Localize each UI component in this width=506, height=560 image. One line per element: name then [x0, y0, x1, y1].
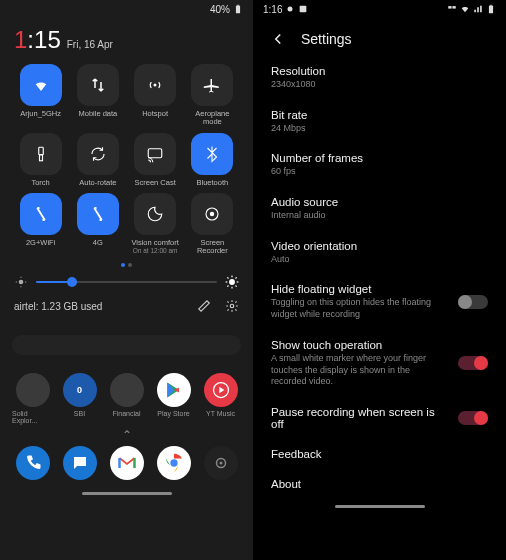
svg-line-21 [236, 278, 237, 279]
edit-icon[interactable] [197, 299, 211, 313]
svg-point-8 [19, 280, 24, 285]
setting-show-touch-operation[interactable]: Show touch operationA small white marker… [253, 330, 506, 397]
record-dot-icon [285, 4, 295, 14]
brightness-track[interactable] [36, 281, 217, 283]
svg-point-26 [170, 460, 177, 467]
svg-line-19 [236, 286, 237, 287]
2g-wifi-icon[interactable] [20, 193, 62, 235]
qs-tile-torch[interactable]: Torch [14, 133, 67, 187]
gesture-navbar[interactable] [335, 505, 425, 508]
misc-icon [447, 4, 457, 14]
mobile-data-icon[interactable] [77, 64, 119, 106]
back-icon[interactable] [269, 30, 287, 48]
dock-chrome[interactable] [153, 446, 194, 480]
camera-icon[interactable] [204, 446, 238, 480]
solid-explorer-icon[interactable] [16, 373, 50, 407]
setting-hide-floating-widget[interactable]: Hide floating widgetToggling on this opt… [253, 274, 506, 329]
torch-icon[interactable] [20, 133, 62, 175]
qs-label: Vision comfortOn at 12:00 am [131, 239, 178, 254]
vision-comfort-icon[interactable] [134, 193, 176, 235]
screen-recorder-icon[interactable] [191, 193, 233, 235]
bluetooth-icon[interactable] [191, 133, 233, 175]
qs-label: Aeroplane mode [186, 110, 239, 127]
dock [0, 446, 253, 486]
brightness-slider[interactable] [14, 275, 239, 289]
phone-icon[interactable] [16, 446, 50, 480]
setting-audio-source[interactable]: Audio sourceInternal audio [253, 187, 506, 231]
app-yt-music[interactable]: YT Music [200, 373, 241, 424]
qs-tile-screen-recorder[interactable]: Screen Recorder [186, 193, 239, 256]
aeroplane-icon[interactable] [191, 64, 233, 106]
hotspot-icon[interactable] [134, 64, 176, 106]
dock-gmail[interactable] [106, 446, 147, 480]
status-time: 1:16 [263, 4, 282, 15]
financial-icon[interactable] [110, 373, 144, 407]
svg-point-7 [210, 212, 215, 217]
svg-rect-34 [490, 5, 493, 6]
play-store-icon[interactable] [157, 373, 191, 407]
qs-tile-vision-comfort[interactable]: Vision comfortOn at 12:00 am [129, 193, 182, 256]
setting-sub: Auto [271, 254, 488, 266]
4g-icon[interactable] [77, 193, 119, 235]
qs-tile-wifi[interactable]: Arjun_5GHz [14, 64, 67, 127]
qs-label: Mobile data [78, 110, 117, 118]
app-label: SBI [74, 410, 85, 417]
screen-cast-icon[interactable] [134, 133, 176, 175]
battery-text: 40% [210, 4, 230, 15]
gmail-icon[interactable] [110, 446, 144, 480]
setting-title: Show touch operation [271, 339, 448, 351]
app-play-store[interactable]: Play Store [153, 373, 194, 424]
settings-list: Resolution2340x1080Bit rate24 MbpsNumber… [253, 56, 506, 499]
qs-tile-screen-cast[interactable]: Screen Cast [129, 133, 182, 187]
auto-rotate-icon[interactable] [77, 133, 119, 175]
app-drawer-arrow-icon[interactable]: ⌃ [0, 428, 253, 442]
qs-grid: Arjun_5GHz Mobile data Hotspot Aeroplane… [14, 64, 239, 255]
app-sbi[interactable]: 0SBI [59, 373, 100, 424]
setting-about[interactable]: About [253, 469, 506, 499]
gesture-navbar[interactable] [82, 492, 172, 495]
setting-title: Audio source [271, 196, 488, 208]
chrome-icon[interactable] [157, 446, 191, 480]
yt-music-icon[interactable] [204, 373, 238, 407]
toggle[interactable] [458, 295, 488, 309]
app-label: YT Music [206, 410, 235, 417]
qs-tile-hotspot[interactable]: Hotspot [129, 64, 182, 127]
qs-tile-bluetooth[interactable]: Bluetooth [186, 133, 239, 187]
qs-tile-4g[interactable]: 4G [71, 193, 124, 256]
app-label: Play Store [157, 410, 189, 417]
gear-icon[interactable] [225, 299, 239, 313]
setting-feedback[interactable]: Feedback [253, 439, 506, 469]
pager-dot-1 [121, 263, 125, 267]
qs-tile-2g-wifi[interactable]: 2G+WiFi [14, 193, 67, 256]
app-label: Financial [112, 410, 140, 417]
app-solid-explorer[interactable]: Solid Explor... [12, 373, 53, 424]
qs-pager[interactable] [14, 263, 239, 267]
sbi-icon[interactable]: 0 [63, 373, 97, 407]
media-card[interactable] [12, 335, 241, 355]
dock-phone[interactable] [12, 446, 53, 480]
svg-rect-30 [300, 5, 307, 12]
svg-rect-3 [38, 147, 43, 155]
wifi-icon[interactable] [20, 64, 62, 106]
app-financial[interactable]: Financial [106, 373, 147, 424]
setting-video-orientation[interactable]: Video orientationAuto [253, 231, 506, 275]
qs-tile-auto-rotate[interactable]: Auto-rotate [71, 133, 124, 187]
svg-rect-5 [148, 148, 162, 157]
qs-label: Arjun_5GHz [20, 110, 61, 118]
screenshot-icon [298, 4, 308, 14]
setting-pause-recording-when-screen-is-off[interactable]: Pause recording when screen is off [253, 397, 506, 439]
messages-icon[interactable] [63, 446, 97, 480]
svg-line-18 [227, 278, 228, 279]
dock-camera[interactable] [200, 446, 241, 480]
qs-tile-mobile-data[interactable]: Mobile data [71, 64, 124, 127]
setting-number-of-frames[interactable]: Number of frames60 fps [253, 143, 506, 187]
setting-bit-rate[interactable]: Bit rate24 Mbps [253, 100, 506, 144]
clock-time: 1:15 [14, 26, 61, 54]
qs-tile-aeroplane[interactable]: Aeroplane mode [186, 64, 239, 127]
toggle[interactable] [458, 411, 488, 425]
toggle[interactable] [458, 356, 488, 370]
setting-resolution[interactable]: Resolution2340x1080 [253, 56, 506, 100]
setting-title: Resolution [271, 65, 488, 77]
dock-messages[interactable] [59, 446, 100, 480]
setting-title: Hide floating widget [271, 283, 448, 295]
